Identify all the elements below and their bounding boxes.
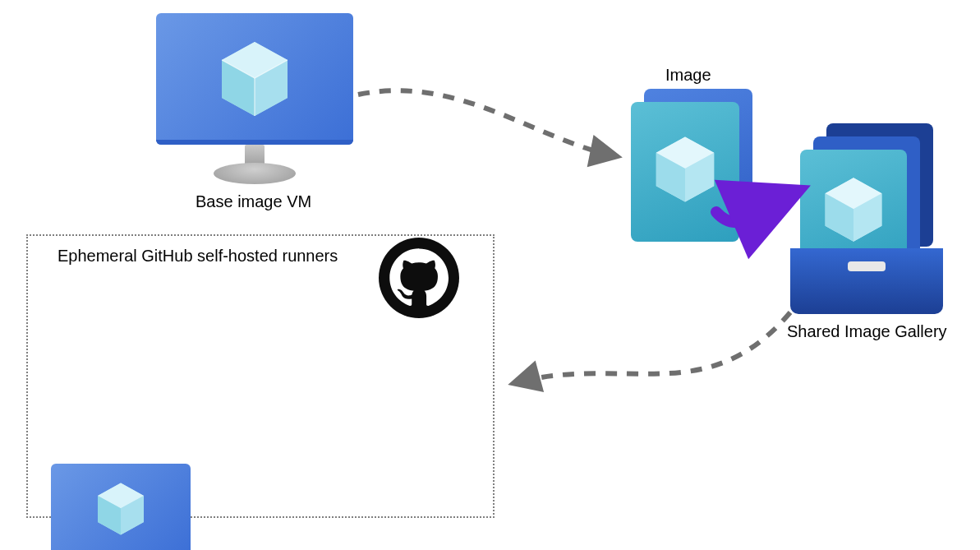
image-label: Image <box>665 66 711 85</box>
image-card-icon <box>626 89 774 253</box>
gallery-drawer-icon <box>790 123 955 337</box>
runners-title: Ephemeral GitHub self-hosted runners <box>58 247 338 266</box>
gallery-label: Shared Image Gallery <box>787 322 947 341</box>
runner-vm-1-icon <box>51 464 191 550</box>
base-vm-label: Base image VM <box>196 192 311 211</box>
edge-basevm-image <box>358 90 616 156</box>
base-vm-icon <box>156 13 353 186</box>
edge-gallery-runners <box>514 312 790 383</box>
github-icon <box>378 237 460 319</box>
